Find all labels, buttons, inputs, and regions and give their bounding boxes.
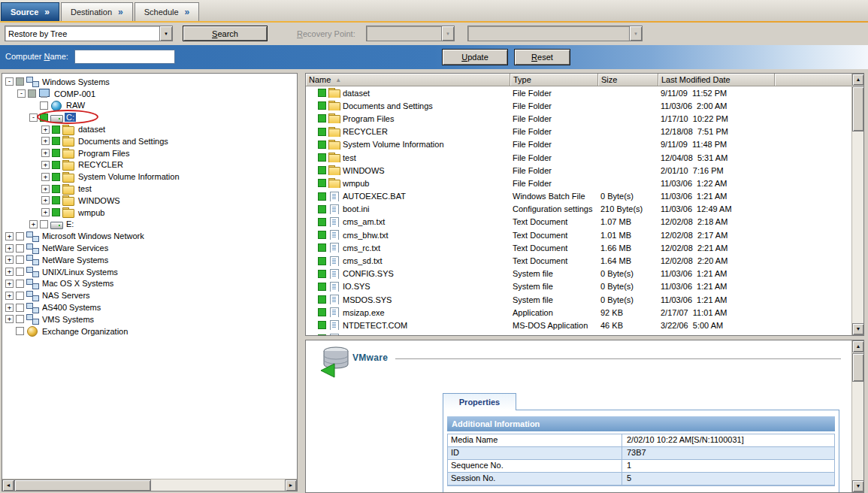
scroll-down-button[interactable]: ▼ [852,480,864,492]
row-checkbox[interactable] [318,205,326,213]
column-header-name[interactable]: Name▲ [306,74,510,86]
tree-item[interactable]: +Mac OS X Systems [2,278,297,290]
tree-expander[interactable]: + [5,232,14,240]
tree-expander[interactable]: + [41,173,50,181]
table-row[interactable]: cms_sd.txtText Document1.64 MB12/02/08 2… [306,254,851,267]
table-row[interactable]: wmpubFile Folder11/03/06 1:22 AM [306,177,851,189]
column-header-last-modified-date[interactable]: Last Modified Date [658,74,775,86]
scrollbar-thumb[interactable] [852,353,864,382]
row-checkbox[interactable] [318,243,326,252]
tree-expander[interactable]: - [29,113,38,122]
row-checkbox[interactable] [318,321,326,329]
tree-item[interactable]: Exchange Organization [2,325,297,337]
row-checkbox[interactable] [318,192,326,201]
tree-checkbox[interactable] [16,315,24,323]
restore-mode-select[interactable]: Restore by Tree ▼ [5,26,173,41]
scroll-down-button[interactable]: ▼ [852,323,864,335]
tree-item[interactable]: +AS400 Systems [2,301,297,313]
table-row[interactable]: CONFIG.SYSSystem file0 Byte(s)11/03/06 1… [306,268,851,280]
row-checkbox[interactable] [318,308,326,316]
tree-checkbox[interactable] [52,173,60,181]
tree-item[interactable]: -COMP-001 [2,88,297,100]
tree-checkbox[interactable] [52,137,60,145]
tree-checkbox[interactable] [16,304,24,312]
details-scrollbar[interactable]: ▲ ▼ [851,340,863,492]
tree-expander[interactable]: + [29,220,38,228]
table-row[interactable]: msizap.exeApplication92 KB2/17/07 11:01 … [306,306,851,319]
tree-item[interactable]: +UNIX/Linux Systems [2,266,297,278]
tree-checkbox[interactable] [16,280,24,288]
tree-checkbox[interactable] [52,149,60,157]
tree-item[interactable]: RAW [2,100,297,112]
tree-expander[interactable]: + [5,244,14,253]
tree-checkbox[interactable] [52,196,60,204]
tab-schedule[interactable]: Schedule» [135,2,200,21]
table-row[interactable]: RECYCLERFile Folder12/18/08 7:51 PM [306,126,851,138]
row-checkbox[interactable] [318,283,326,291]
tab-source[interactable]: Source» [1,2,59,21]
tree-checkbox[interactable] [40,101,48,110]
tree-expander[interactable]: + [5,268,14,276]
tree-checkbox[interactable] [28,89,36,98]
row-checkbox[interactable] [318,334,326,335]
tree-checkbox[interactable] [16,232,24,240]
table-row[interactable]: Documents and SettingsFile Folder11/03/0… [306,99,851,112]
tree-checkbox[interactable] [40,113,48,122]
tree-item[interactable]: +Documents and Settings [2,135,297,147]
row-checkbox[interactable] [318,179,326,187]
table-row[interactable]: cms_am.txtText Document1.07 MB12/02/08 2… [306,216,851,228]
row-checkbox[interactable] [318,141,326,149]
tree-item[interactable]: +NetWare Systems [2,254,297,266]
tree-checkbox[interactable] [40,220,48,228]
scroll-left-button[interactable]: ◄ [2,479,14,491]
tree-horizontal-scrollbar[interactable]: ◄ ► [2,479,297,491]
tree-expander[interactable]: + [41,149,50,157]
tree-checkbox[interactable] [52,126,60,134]
scroll-up-button[interactable]: ▲ [852,74,864,86]
tree-item[interactable]: +VMS Systems [2,313,297,325]
scrollbar-thumb[interactable] [14,479,151,491]
tree-checkbox[interactable] [52,161,60,169]
tree-item[interactable]: +Microsoft Windows Network [2,230,297,242]
file-list-scrollbar[interactable]: ▲ ▼ [851,74,863,335]
tree-checkbox[interactable] [16,244,24,253]
tree-item[interactable]: +wmpub [2,207,297,219]
tree-expander[interactable]: + [5,315,14,323]
search-button[interactable]: Search [183,26,268,41]
tree-expander[interactable]: + [5,256,14,264]
table-row[interactable]: datasetFile Folder9/11/09 11:52 PM [306,86,851,99]
dropdown-arrow-icon[interactable]: ▼ [159,26,172,41]
table-row[interactable]: Program FilesFile Folder1/17/10 10:22 PM [306,112,851,125]
table-row[interactable]: MSDOS.SYSSystem file0 Byte(s)11/03/06 1:… [306,293,851,306]
tree-checkbox[interactable] [16,268,24,276]
tree-expander[interactable]: + [5,280,14,288]
table-row[interactable]: AUTOEXEC.BATWindows Batch File0 Byte(s)1… [306,190,851,203]
tab-destination[interactable]: Destination» [61,2,133,21]
table-row[interactable]: System Volume InformationFile Folder9/11… [306,138,851,151]
row-checkbox[interactable] [318,166,326,174]
tree-item[interactable]: +test [2,183,297,195]
table-row[interactable]: WINDOWSFile Folder2/01/10 7:16 PM [306,164,851,177]
table-row[interactable]: cms_bhw.txtText Document1.01 MB12/02/08 … [306,228,851,241]
tree-checkbox[interactable] [52,208,60,216]
update-button[interactable]: Update [442,49,508,65]
tab-properties[interactable]: Properties [443,393,516,410]
tree-expander[interactable]: + [5,292,14,300]
row-checkbox[interactable] [318,270,326,278]
tree-item[interactable]: +WINDOWS [2,195,297,207]
row-checkbox[interactable] [318,218,326,226]
table-row[interactable]: IO.SYSSystem file0 Byte(s)11/03/06 1:21 … [306,280,851,293]
table-row[interactable] [306,332,851,335]
row-checkbox[interactable] [318,101,326,110]
tree-item[interactable]: +E: [2,219,297,231]
column-header-size[interactable]: Size [598,74,658,86]
tree-item[interactable]: +RECYCLER [2,159,297,171]
tree-expander[interactable]: - [5,77,14,86]
table-row[interactable]: cms_rc.txtText Document1.66 MB12/02/08 2… [306,241,851,254]
computer-name-input[interactable] [74,50,175,64]
tree-item[interactable]: +NetWare Services [2,242,297,254]
tree-item[interactable]: +NAS Servers [2,289,297,301]
row-checkbox[interactable] [318,114,326,122]
tree-expander[interactable]: + [41,126,50,134]
tree-checkbox[interactable] [16,256,24,264]
